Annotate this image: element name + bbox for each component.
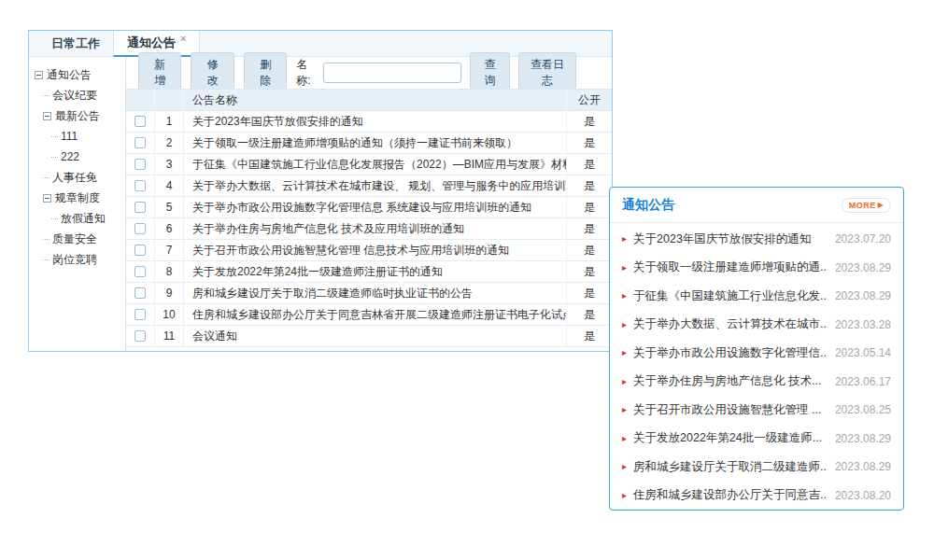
- news-item-date: 2023.08.25: [835, 403, 891, 416]
- news-item[interactable]: ▸房和城乡建设厅关于取消二级建造师...2023.08.29: [622, 453, 891, 482]
- row-checkbox[interactable]: [134, 159, 146, 170]
- row-notice-name: 关于2023年国庆节放假安排的通知: [184, 111, 567, 132]
- tree-item-label: 222: [61, 150, 79, 163]
- row-index: 6: [155, 218, 184, 239]
- news-item[interactable]: ▸关于领取一级注册建造师增项贴的通...2023.08.29: [622, 254, 891, 283]
- close-icon[interactable]: ×: [180, 34, 186, 44]
- row-checkbox-cell: [126, 326, 155, 346]
- bullet-arrow-icon: ▸: [622, 377, 627, 386]
- row-checkbox[interactable]: [134, 223, 146, 234]
- news-item[interactable]: ▸于征集《中国建筑施工行业信息化发...2023.08.29: [622, 282, 891, 311]
- row-checkbox[interactable]: [134, 309, 146, 320]
- row-checkbox-cell: [126, 240, 155, 260]
- row-public-flag: 是: [567, 154, 612, 175]
- tab-daily-work-label: 日常工作: [51, 35, 100, 52]
- news-item[interactable]: ▸关于举办住房与房地产信息化 技术...2023.06.17: [622, 368, 891, 397]
- news-item-date: 2023.07.20: [835, 232, 891, 245]
- row-checkbox[interactable]: [134, 245, 146, 256]
- news-item[interactable]: ▸关于2023年国庆节放假安排的通知2023.07.20: [622, 225, 891, 254]
- tree-item[interactable]: 规章制度: [29, 188, 125, 208]
- tree-item[interactable]: 最新公告: [29, 105, 125, 126]
- delete-button[interactable]: 删除: [244, 52, 287, 93]
- tree-item-label: 会议纪要: [52, 88, 97, 104]
- row-index: 10: [155, 304, 184, 325]
- tab-notice-label: 通知公告: [127, 35, 176, 51]
- news-card-title: 通知公告: [622, 197, 674, 214]
- header-index-cell: [155, 90, 184, 110]
- tree-connector: [43, 239, 50, 240]
- tree-item[interactable]: 质量安全: [29, 229, 125, 249]
- modify-button[interactable]: 修改: [191, 52, 234, 93]
- notice-admin-window: 日常工作 通知公告 × 通知公告会议纪要最新公告111222人事任免规章制度放假…: [28, 30, 613, 352]
- table-row[interactable]: 9房和城乡建设厅关于取消二级建造师临时执业证书的公告是: [126, 283, 612, 304]
- name-filter-label: 名称:: [296, 57, 317, 89]
- tree-item[interactable]: 通知公告: [29, 64, 125, 85]
- tree-connector: [43, 95, 50, 96]
- view-log-button[interactable]: 查看日志: [518, 52, 576, 93]
- table-row[interactable]: 5关于举办市政公用设施数字化管理信息 系统建设与应用培训班的通知是: [126, 197, 612, 218]
- tree-item[interactable]: 岗位竞聘: [29, 249, 125, 270]
- row-checkbox-cell: [126, 304, 155, 325]
- table-row[interactable]: 6关于举办住房与房地产信息化 技术及应用培训班的通知是: [126, 218, 612, 240]
- news-item[interactable]: ▸关于发放2022年第24批一级建造师...2023.08.29: [622, 425, 891, 454]
- tree-item-label: 质量安全: [52, 231, 97, 247]
- tree-item[interactable]: 222: [29, 147, 125, 167]
- table-row[interactable]: 7关于召开市政公用设施智慧化管理 信息技术与应用培训班的通知是: [126, 240, 612, 261]
- news-card-header: 通知公告 MORE ▶: [610, 188, 903, 223]
- row-checkbox[interactable]: [134, 266, 146, 277]
- tree-connector: [51, 218, 58, 219]
- bullet-arrow-icon: ▸: [622, 462, 627, 471]
- toolbar: 新增 修改 删除 名称: 查询 查看日志: [126, 57, 612, 89]
- row-index: 9: [155, 283, 184, 303]
- table-row[interactable]: 11会议通知是: [126, 326, 612, 347]
- row-checkbox-cell: [126, 175, 155, 196]
- table-row[interactable]: 3于征集《中国建筑施工行业信息化发展报告（2022）—BIM应用与发展》材料的函…: [126, 154, 612, 175]
- tree-item[interactable]: 会议纪要: [29, 85, 125, 105]
- news-item[interactable]: ▸关于举办市政公用设施数字化管理信...2023.05.14: [622, 339, 891, 368]
- news-list: ▸关于2023年国庆节放假安排的通知2023.07.20▸关于领取一级注册建造师…: [610, 223, 903, 510]
- table-row[interactable]: 1关于2023年国庆节放假安排的通知是: [126, 111, 612, 133]
- news-item-title: 关于举办住房与房地产信息化 技术...: [633, 373, 828, 389]
- news-item-title: 关于举办市政公用设施数字化管理信...: [633, 345, 828, 361]
- row-notice-name: 住房和城乡建设部办公厅关于同意吉林省开展二级建造师注册证书电子化试点的...: [184, 304, 567, 325]
- tree-connector: [43, 259, 50, 260]
- row-index: 1: [155, 111, 184, 132]
- news-item[interactable]: ▸关于召开市政公用设施智慧化管理 ...2023.08.25: [622, 396, 891, 425]
- row-checkbox[interactable]: [134, 202, 146, 213]
- news-item[interactable]: ▸住房和城乡建设部办公厅关于同意吉...2023.08.20: [622, 482, 891, 511]
- news-item-title: 于征集《中国建筑施工行业信息化发...: [633, 288, 828, 304]
- row-public-flag: 是: [567, 133, 612, 153]
- row-notice-name: 关于举办市政公用设施数字化管理信息 系统建设与应用培训班的通知: [184, 197, 567, 217]
- name-filter-input[interactable]: [323, 63, 461, 83]
- tree-item-label: 规章制度: [55, 190, 100, 206]
- table-row[interactable]: 10住房和城乡建设部办公厅关于同意吉林省开展二级建造师注册证书电子化试点的...…: [126, 304, 612, 326]
- row-notice-name: 房和城乡建设厅关于取消二级建造师临时执业证书的公告: [184, 283, 567, 303]
- row-public-flag: 是: [567, 261, 612, 282]
- news-item-date: 2023.05.14: [835, 346, 891, 359]
- row-checkbox[interactable]: [134, 330, 146, 342]
- collapse-toggle-icon[interactable]: [43, 112, 51, 120]
- row-index: 7: [155, 240, 184, 260]
- row-checkbox[interactable]: [134, 180, 146, 191]
- tree-item[interactable]: 人事任免: [29, 167, 125, 188]
- news-item-title: 关于领取一级注册建造师增项贴的通...: [633, 259, 828, 275]
- row-checkbox[interactable]: [134, 287, 146, 299]
- row-checkbox[interactable]: [134, 137, 146, 148]
- collapse-toggle-icon[interactable]: [43, 194, 51, 203]
- tab-daily-work[interactable]: 日常工作: [38, 31, 113, 56]
- collapse-toggle-icon[interactable]: [35, 71, 43, 79]
- tree-item[interactable]: 放假通知: [29, 208, 125, 229]
- more-button[interactable]: MORE ▶: [842, 198, 891, 213]
- tree-item-label: 人事任免: [52, 170, 97, 186]
- news-item[interactable]: ▸关于举办大数据、云计算技术在城市...2023.03.28: [622, 311, 891, 340]
- row-checkbox[interactable]: [134, 116, 146, 127]
- add-button[interactable]: 新增: [138, 52, 181, 93]
- table-row[interactable]: 8关于发放2022年第24批一级建造师注册证书的通知是: [126, 261, 612, 283]
- table-row[interactable]: 2关于领取一级注册建造师增项贴的通知（须持一建证书前来领取）是: [126, 133, 612, 154]
- tree-item[interactable]: 111: [29, 126, 125, 147]
- news-item-date: 2023.03.28: [835, 318, 891, 331]
- bullet-arrow-icon: ▸: [622, 434, 627, 443]
- header-name-cell: 公告名称: [184, 90, 567, 110]
- query-button[interactable]: 查询: [470, 52, 510, 93]
- table-row[interactable]: 4关于举办大数据、云计算技术在城市建设、 规划、管理与服务中的应用培训班的...…: [126, 175, 612, 197]
